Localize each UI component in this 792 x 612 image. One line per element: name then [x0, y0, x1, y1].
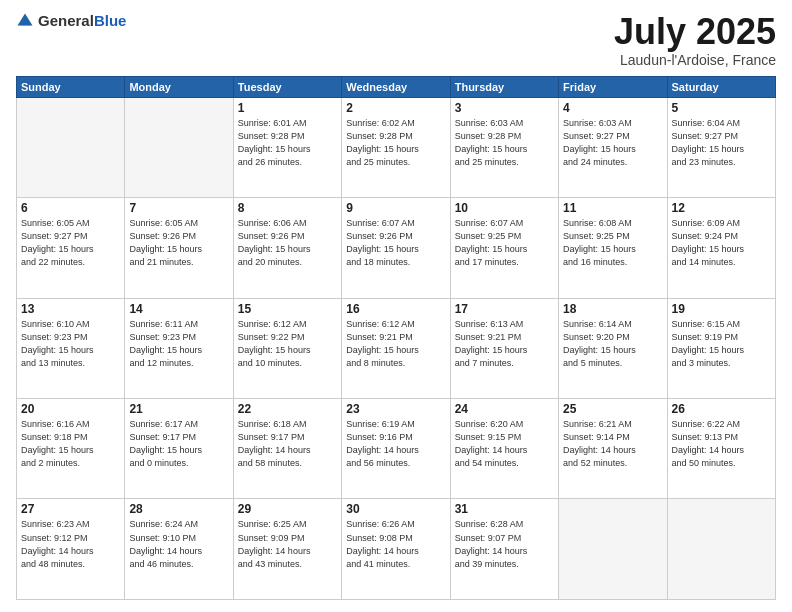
day-number: 22 — [238, 402, 337, 416]
day-number: 20 — [21, 402, 120, 416]
table-row: 16Sunrise: 6:12 AM Sunset: 9:21 PM Dayli… — [342, 298, 450, 398]
day-number: 30 — [346, 502, 445, 516]
table-row — [559, 499, 667, 600]
table-row: 19Sunrise: 6:15 AM Sunset: 9:19 PM Dayli… — [667, 298, 775, 398]
day-info: Sunrise: 6:19 AM Sunset: 9:16 PM Dayligh… — [346, 418, 445, 470]
logo-icon — [16, 12, 34, 30]
day-info: Sunrise: 6:03 AM Sunset: 9:28 PM Dayligh… — [455, 117, 554, 169]
day-info: Sunrise: 6:26 AM Sunset: 9:08 PM Dayligh… — [346, 518, 445, 570]
day-info: Sunrise: 6:06 AM Sunset: 9:26 PM Dayligh… — [238, 217, 337, 269]
day-info: Sunrise: 6:02 AM Sunset: 9:28 PM Dayligh… — [346, 117, 445, 169]
day-info: Sunrise: 6:05 AM Sunset: 9:27 PM Dayligh… — [21, 217, 120, 269]
table-row: 26Sunrise: 6:22 AM Sunset: 9:13 PM Dayli… — [667, 399, 775, 499]
day-number: 9 — [346, 201, 445, 215]
day-number: 14 — [129, 302, 228, 316]
header-tuesday: Tuesday — [233, 76, 341, 97]
table-row: 28Sunrise: 6:24 AM Sunset: 9:10 PM Dayli… — [125, 499, 233, 600]
day-number: 25 — [563, 402, 662, 416]
day-number: 11 — [563, 201, 662, 215]
day-number: 17 — [455, 302, 554, 316]
title-block: July 2025 Laudun-l'Ardoise, France — [614, 12, 776, 68]
table-row: 13Sunrise: 6:10 AM Sunset: 9:23 PM Dayli… — [17, 298, 125, 398]
table-row: 30Sunrise: 6:26 AM Sunset: 9:08 PM Dayli… — [342, 499, 450, 600]
table-row: 21Sunrise: 6:17 AM Sunset: 9:17 PM Dayli… — [125, 399, 233, 499]
day-info: Sunrise: 6:17 AM Sunset: 9:17 PM Dayligh… — [129, 418, 228, 470]
logo-general: General — [38, 12, 94, 29]
header-friday: Friday — [559, 76, 667, 97]
day-number: 31 — [455, 502, 554, 516]
table-row: 10Sunrise: 6:07 AM Sunset: 9:25 PM Dayli… — [450, 198, 558, 298]
day-info: Sunrise: 6:04 AM Sunset: 9:27 PM Dayligh… — [672, 117, 771, 169]
day-info: Sunrise: 6:28 AM Sunset: 9:07 PM Dayligh… — [455, 518, 554, 570]
table-row: 31Sunrise: 6:28 AM Sunset: 9:07 PM Dayli… — [450, 499, 558, 600]
header-monday: Monday — [125, 76, 233, 97]
table-row: 11Sunrise: 6:08 AM Sunset: 9:25 PM Dayli… — [559, 198, 667, 298]
day-info: Sunrise: 6:01 AM Sunset: 9:28 PM Dayligh… — [238, 117, 337, 169]
day-number: 3 — [455, 101, 554, 115]
day-number: 26 — [672, 402, 771, 416]
table-row: 2Sunrise: 6:02 AM Sunset: 9:28 PM Daylig… — [342, 97, 450, 197]
day-number: 28 — [129, 502, 228, 516]
day-info: Sunrise: 6:07 AM Sunset: 9:25 PM Dayligh… — [455, 217, 554, 269]
day-info: Sunrise: 6:07 AM Sunset: 9:26 PM Dayligh… — [346, 217, 445, 269]
table-row: 12Sunrise: 6:09 AM Sunset: 9:24 PM Dayli… — [667, 198, 775, 298]
day-info: Sunrise: 6:23 AM Sunset: 9:12 PM Dayligh… — [21, 518, 120, 570]
day-number: 19 — [672, 302, 771, 316]
day-number: 23 — [346, 402, 445, 416]
header-sunday: Sunday — [17, 76, 125, 97]
month-title: July 2025 — [614, 12, 776, 52]
day-info: Sunrise: 6:14 AM Sunset: 9:20 PM Dayligh… — [563, 318, 662, 370]
day-number: 5 — [672, 101, 771, 115]
table-row: 1Sunrise: 6:01 AM Sunset: 9:28 PM Daylig… — [233, 97, 341, 197]
calendar-row: 20Sunrise: 6:16 AM Sunset: 9:18 PM Dayli… — [17, 399, 776, 499]
location: Laudun-l'Ardoise, France — [614, 52, 776, 68]
day-number: 18 — [563, 302, 662, 316]
day-info: Sunrise: 6:09 AM Sunset: 9:24 PM Dayligh… — [672, 217, 771, 269]
day-number: 4 — [563, 101, 662, 115]
calendar-row: 6Sunrise: 6:05 AM Sunset: 9:27 PM Daylig… — [17, 198, 776, 298]
table-row: 15Sunrise: 6:12 AM Sunset: 9:22 PM Dayli… — [233, 298, 341, 398]
day-info: Sunrise: 6:12 AM Sunset: 9:21 PM Dayligh… — [346, 318, 445, 370]
table-row: 18Sunrise: 6:14 AM Sunset: 9:20 PM Dayli… — [559, 298, 667, 398]
table-row — [17, 97, 125, 197]
table-row: 29Sunrise: 6:25 AM Sunset: 9:09 PM Dayli… — [233, 499, 341, 600]
table-row: 5Sunrise: 6:04 AM Sunset: 9:27 PM Daylig… — [667, 97, 775, 197]
day-info: Sunrise: 6:22 AM Sunset: 9:13 PM Dayligh… — [672, 418, 771, 470]
day-number: 10 — [455, 201, 554, 215]
header-thursday: Thursday — [450, 76, 558, 97]
day-info: Sunrise: 6:12 AM Sunset: 9:22 PM Dayligh… — [238, 318, 337, 370]
table-row: 27Sunrise: 6:23 AM Sunset: 9:12 PM Dayli… — [17, 499, 125, 600]
logo: GeneralBlue — [16, 12, 126, 30]
day-number: 2 — [346, 101, 445, 115]
table-row: 20Sunrise: 6:16 AM Sunset: 9:18 PM Dayli… — [17, 399, 125, 499]
table-row: 17Sunrise: 6:13 AM Sunset: 9:21 PM Dayli… — [450, 298, 558, 398]
table-row: 4Sunrise: 6:03 AM Sunset: 9:27 PM Daylig… — [559, 97, 667, 197]
day-info: Sunrise: 6:20 AM Sunset: 9:15 PM Dayligh… — [455, 418, 554, 470]
day-info: Sunrise: 6:11 AM Sunset: 9:23 PM Dayligh… — [129, 318, 228, 370]
table-row: 24Sunrise: 6:20 AM Sunset: 9:15 PM Dayli… — [450, 399, 558, 499]
day-info: Sunrise: 6:10 AM Sunset: 9:23 PM Dayligh… — [21, 318, 120, 370]
day-number: 13 — [21, 302, 120, 316]
page: GeneralBlue July 2025 Laudun-l'Ardoise, … — [0, 0, 792, 612]
day-info: Sunrise: 6:13 AM Sunset: 9:21 PM Dayligh… — [455, 318, 554, 370]
day-number: 6 — [21, 201, 120, 215]
calendar-row: 27Sunrise: 6:23 AM Sunset: 9:12 PM Dayli… — [17, 499, 776, 600]
day-number: 7 — [129, 201, 228, 215]
day-info: Sunrise: 6:08 AM Sunset: 9:25 PM Dayligh… — [563, 217, 662, 269]
day-number: 27 — [21, 502, 120, 516]
day-info: Sunrise: 6:21 AM Sunset: 9:14 PM Dayligh… — [563, 418, 662, 470]
day-info: Sunrise: 6:03 AM Sunset: 9:27 PM Dayligh… — [563, 117, 662, 169]
calendar-row: 13Sunrise: 6:10 AM Sunset: 9:23 PM Dayli… — [17, 298, 776, 398]
table-row: 7Sunrise: 6:05 AM Sunset: 9:26 PM Daylig… — [125, 198, 233, 298]
day-number: 15 — [238, 302, 337, 316]
table-row: 25Sunrise: 6:21 AM Sunset: 9:14 PM Dayli… — [559, 399, 667, 499]
day-info: Sunrise: 6:24 AM Sunset: 9:10 PM Dayligh… — [129, 518, 228, 570]
day-number: 16 — [346, 302, 445, 316]
header: GeneralBlue July 2025 Laudun-l'Ardoise, … — [16, 12, 776, 68]
table-row: 9Sunrise: 6:07 AM Sunset: 9:26 PM Daylig… — [342, 198, 450, 298]
day-number: 21 — [129, 402, 228, 416]
table-row: 3Sunrise: 6:03 AM Sunset: 9:28 PM Daylig… — [450, 97, 558, 197]
table-row: 23Sunrise: 6:19 AM Sunset: 9:16 PM Dayli… — [342, 399, 450, 499]
day-info: Sunrise: 6:16 AM Sunset: 9:18 PM Dayligh… — [21, 418, 120, 470]
table-row: 22Sunrise: 6:18 AM Sunset: 9:17 PM Dayli… — [233, 399, 341, 499]
